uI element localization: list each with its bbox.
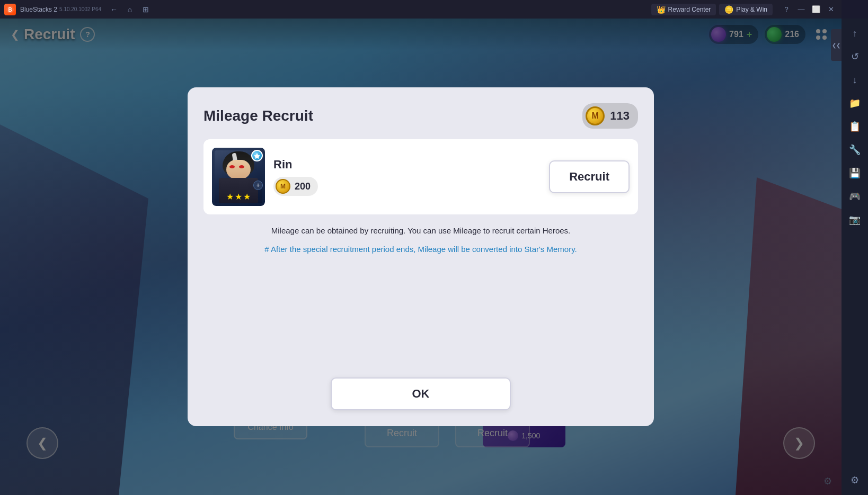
mileage-cost-badge: M 200: [273, 177, 318, 196]
sidebar-expand-button[interactable]: ❮❮: [831, 29, 842, 61]
info-text-main: Mileage can be obtained by recruiting. Y…: [203, 225, 638, 237]
reward-center-label: Reward Center: [668, 6, 711, 13]
star-1: ★: [226, 192, 234, 202]
svg-text:B: B: [8, 7, 12, 13]
titlebar-icons: ? — ⬜ ✕: [780, 3, 837, 16]
cost-amount-value: 200: [295, 181, 311, 192]
character-face: [226, 160, 251, 179]
sidebar-icon-tools[interactable]: 🔧: [845, 140, 864, 159]
character-eye-left: [229, 165, 235, 168]
sidebar-icon-settings[interactable]: ⚙: [845, 471, 864, 490]
sidebar-icon-gamepad[interactable]: 🎮: [845, 187, 864, 206]
portrait-plus-icon: +: [253, 181, 263, 190]
mileage-recruit-modal: Mileage Recruit M 113: [188, 87, 654, 426]
mileage-coin-icon: M: [586, 106, 605, 125]
app-name: BlueStacks 2: [20, 6, 57, 13]
titlebar: B BlueStacks 2 5.10.20.1002 P64 ← ⌂ ⊞ 👑 …: [0, 0, 842, 19]
restore-icon[interactable]: ⬜: [810, 3, 822, 16]
sidebar-icon-download[interactable]: ↓: [845, 70, 864, 89]
app-version: 5.10.20.1002 P64: [59, 6, 101, 12]
help-icon[interactable]: ?: [780, 3, 793, 16]
sidebar-icon-upload[interactable]: ↑: [845, 24, 864, 43]
app-logo: B: [4, 4, 16, 15]
character-info: Rin M 200: [273, 158, 541, 196]
character-stars: ★ ★ ★: [226, 192, 251, 202]
play-win-button[interactable]: 🪙 Play & Win: [719, 4, 773, 15]
cost-coin-icon: M: [276, 179, 290, 194]
nav-apps-btn[interactable]: ⊞: [139, 3, 152, 16]
sidebar-icon-camera[interactable]: 📷: [845, 210, 864, 229]
titlebar-nav: ← ⌂ ⊞: [108, 3, 152, 16]
sidebar-icon-clipboard[interactable]: 📋: [845, 117, 864, 136]
reward-center-button[interactable]: 👑 Reward Center: [651, 4, 716, 15]
info-area: Mileage can be obtained by recruiting. Y…: [203, 225, 638, 367]
portrait-badge-icon: [251, 150, 263, 161]
sidebar-icon-folder[interactable]: 📁: [845, 94, 864, 113]
sidebar-icon-rotate[interactable]: ↺: [845, 47, 864, 66]
play-coin-icon: 🪙: [724, 5, 733, 14]
recruit-character-button[interactable]: Recruit: [549, 160, 630, 193]
modal-header: Mileage Recruit M 113: [203, 103, 638, 129]
character-name: Rin: [273, 158, 541, 172]
close-icon[interactable]: ✕: [825, 3, 837, 16]
character-eye-right: [239, 165, 244, 168]
sidebar-icon-save[interactable]: 💾: [845, 164, 864, 183]
play-win-label: Play & Win: [736, 6, 767, 13]
nav-home-btn[interactable]: ⌂: [123, 3, 136, 16]
ok-button-wrapper: OK: [203, 367, 638, 410]
ok-button[interactable]: OK: [331, 377, 511, 410]
right-sidebar: ❮❮ ↑ ↺ ↓ 📁 📋 🔧 💾 🎮 📷 ⚙: [842, 19, 868, 495]
modal-overlay: Mileage Recruit M 113: [0, 19, 842, 495]
modal-title: Mileage Recruit: [203, 107, 313, 124]
star-3: ★: [243, 192, 251, 202]
mileage-counter: M 113: [582, 103, 638, 129]
reward-crown-icon: 👑: [657, 5, 666, 14]
character-card: + ★ ★ ★ Rin M 200 Recruit: [203, 139, 638, 214]
titlebar-right-area: 👑 Reward Center 🪙 Play & Win ? — ⬜ ✕: [651, 3, 837, 16]
star-2: ★: [235, 192, 242, 202]
info-text-secondary: # After the special recruitment period e…: [203, 244, 638, 256]
character-portrait: + ★ ★ ★: [212, 148, 265, 206]
minimize-icon[interactable]: —: [795, 3, 808, 16]
nav-back-btn[interactable]: ←: [108, 3, 120, 16]
mileage-count-value: 113: [610, 109, 630, 123]
